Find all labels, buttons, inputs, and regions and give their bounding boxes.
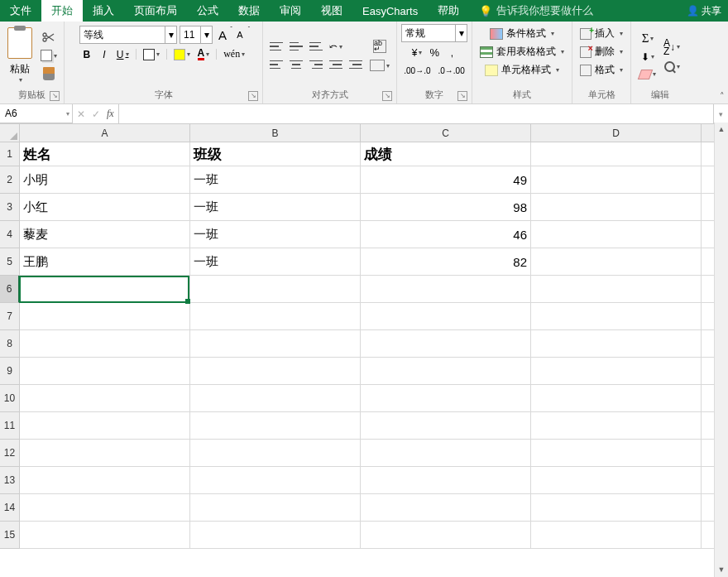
select-all-corner[interactable] [0,124,20,142]
cell-c2[interactable]: 49 [361,166,531,194]
tab-page-layout[interactable]: 页面布局 [124,0,187,22]
cell-a10[interactable] [20,385,190,412]
increase-font-button[interactable]: Aˆ [215,26,230,44]
insert-function-button[interactable]: fx [107,108,114,120]
cell-d1[interactable] [531,142,702,166]
cell-b4[interactable]: 一班 [190,221,361,248]
cell-b5[interactable]: 一班 [190,248,361,276]
orientation-button[interactable]: ⤺▾ [327,39,345,54]
cell-d10[interactable] [531,385,702,412]
copy-button[interactable]: ▾ [38,48,60,63]
cut-button[interactable] [38,29,60,46]
cell-d3[interactable] [531,194,702,221]
insert-cells-button[interactable]: 插入▾ [578,26,625,41]
tell-me[interactable]: 💡 告诉我你想要做什么 [469,0,603,22]
delete-cells-button[interactable]: 删除▾ [578,44,625,60]
row-header-11[interactable]: 11 [0,412,20,440]
decrease-indent-button[interactable] [327,57,345,72]
cell-a3[interactable]: 小红 [20,194,190,221]
col-header-b[interactable]: B [190,124,361,142]
bold-button[interactable]: B [79,47,94,62]
cell-a2[interactable]: 小明 [20,166,190,194]
row-header-6[interactable]: 6 [0,276,20,303]
cell-b14[interactable] [190,494,361,522]
cell-a8[interactable] [20,330,190,358]
autosum-button[interactable]: Σ▾ [637,30,659,47]
format-cells-button[interactable]: 格式▾ [578,62,625,78]
cell-a1[interactable]: 姓名 [20,142,190,166]
cell-b12[interactable] [190,440,361,467]
row-header-8[interactable]: 8 [0,330,20,358]
decrease-decimal-button[interactable]: .0→.00 [436,63,467,78]
cell-c11[interactable] [361,412,531,440]
cell-b9[interactable] [190,358,361,385]
decrease-font-button[interactable]: Aˇ [232,27,247,42]
font-size-combo[interactable]: 11▾ [180,26,213,44]
cell-d8[interactable] [531,330,702,358]
row-header-7[interactable]: 7 [0,303,20,330]
row-header-15[interactable]: 15 [0,522,20,549]
cell-d7[interactable] [531,303,702,330]
cell-c15[interactable] [361,522,531,549]
formula-input[interactable] [119,104,713,123]
cell-d13[interactable] [531,467,702,494]
cell-c12[interactable] [361,440,531,467]
row-header-14[interactable]: 14 [0,494,20,522]
name-box[interactable]: A6▾ [0,104,73,123]
align-bottom-button[interactable] [307,39,325,54]
format-painter-button[interactable] [38,65,60,82]
cell-a11[interactable] [20,412,190,440]
share-button[interactable]: 👤 共享 [680,0,728,22]
cell-c13[interactable] [361,467,531,494]
comma-style-button[interactable]: , [444,46,459,60]
increase-decimal-button[interactable]: .00→.0 [401,63,433,78]
find-select-button[interactable]: ▾ [661,60,682,75]
underline-button[interactable]: U▾ [114,47,132,62]
cell-a14[interactable] [20,494,190,522]
cell-d4[interactable] [531,221,702,248]
cell-b15[interactable] [190,522,361,549]
cell-grid[interactable]: 姓名 班级 成绩 小明一班49 小红一班98 藜麦一班46 王鹏一班82 [20,142,728,549]
fill-color-button[interactable]: ▾ [171,47,193,62]
scroll-up-button[interactable]: ▲ [715,123,728,137]
dialog-launcher-icon[interactable]: ↘ [248,91,258,101]
borders-button[interactable]: ▾ [141,47,162,62]
cell-d15[interactable] [531,522,702,549]
cell-c1[interactable]: 成绩 [361,142,531,166]
tab-file[interactable]: 文件 [0,0,41,22]
increase-indent-button[interactable] [347,57,365,72]
phonetic-guide-button[interactable]: wén▾ [221,46,247,62]
col-header-d[interactable]: D [531,124,702,142]
cell-c4[interactable]: 46 [361,221,531,248]
cell-a12[interactable] [20,440,190,467]
cancel-button[interactable]: ✕ [77,108,85,120]
italic-button[interactable]: I [97,47,112,62]
row-header-12[interactable]: 12 [0,440,20,467]
cell-d5[interactable] [531,248,702,276]
align-top-button[interactable] [267,39,285,54]
sort-filter-button[interactable]: AZ↓▾ [661,37,682,57]
dialog-launcher-icon[interactable]: ↘ [457,91,467,101]
cell-b2[interactable]: 一班 [190,166,361,194]
align-right-button[interactable] [307,57,325,72]
number-format-combo[interactable]: 常规▾ [401,24,467,42]
cell-c5[interactable]: 82 [361,248,531,276]
cell-d6[interactable] [531,276,702,303]
format-as-table-button[interactable]: 套用表格格式▾ [478,44,566,60]
cell-d12[interactable] [531,440,702,467]
cell-c14[interactable] [361,494,531,522]
cell-b13[interactable] [190,467,361,494]
row-header-5[interactable]: 5 [0,248,20,276]
tab-view[interactable]: 视图 [311,0,352,22]
dialog-launcher-icon[interactable]: ↘ [382,91,392,101]
cell-d14[interactable] [531,494,702,522]
cell-b11[interactable] [190,412,361,440]
tab-data[interactable]: 数据 [228,0,270,22]
tab-home[interactable]: 开始 [41,0,83,22]
align-left-button[interactable] [267,57,285,72]
row-header-1[interactable]: 1 [0,142,20,166]
align-center-button[interactable] [287,57,305,72]
cell-c7[interactable] [361,303,531,330]
cell-a9[interactable] [20,358,190,385]
cell-b3[interactable]: 一班 [190,194,361,221]
